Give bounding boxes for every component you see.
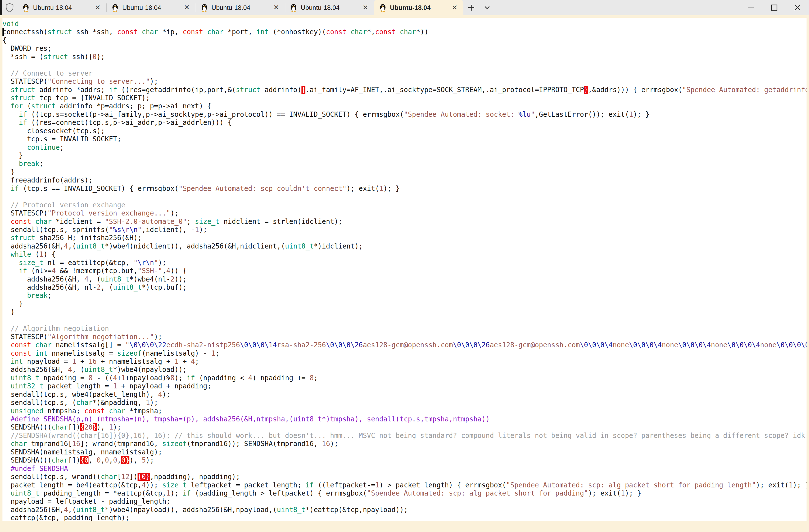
code-segment <box>2 250 11 259</box>
tab-close-icon[interactable]: ✕ <box>93 4 102 12</box>
code-segment: , ( <box>88 275 101 283</box>
code-segment <box>31 217 35 226</box>
code-segment: closesocket(tcp.s); <box>2 127 105 135</box>
tab-close-icon[interactable]: ✕ <box>450 4 459 12</box>
code-segment: tcp tcp = {INVALID_SOCKET}; <box>35 94 150 102</box>
code-line: // Connect to server <box>2 69 807 77</box>
code-line: addsha256(&H, 4, (uint8_t*)wbe4(nl-2)); <box>2 275 807 283</box>
code-segment: []) <box>68 456 80 464</box>
code-segment: SENDSHA(namelistsalg, nnamelistsalg); <box>2 448 162 456</box>
code-segment: const <box>326 28 347 36</box>
terminal-tab[interactable]: Ubuntu-18.04 ✕ <box>285 0 374 15</box>
maximize-button[interactable] <box>763 0 786 15</box>
code-segment: int <box>11 357 23 366</box>
code-line: SENDSHA(((char[]){0, 0,0,0,0}), 5); <box>2 456 807 464</box>
code-segment <box>2 357 11 366</box>
code-line: STATESCP("Algorithm negotiation..."); <box>2 333 807 341</box>
chevron-down-icon <box>484 5 490 10</box>
minimize-button[interactable] <box>740 0 763 15</box>
tab-dropdown-button[interactable] <box>479 0 495 15</box>
code-segment: 16 <box>88 357 97 366</box>
code-segment: } <box>2 300 23 308</box>
code-segment: "Connecting to server..." <box>48 77 150 86</box>
code-segment: \0\0\0\4 <box>629 341 662 349</box>
admin-shield <box>0 0 17 15</box>
code-segment: char <box>52 423 68 431</box>
code-line: SENDSHA(namelistsalg, nnamelistsalg); <box>2 448 807 456</box>
code-segment: uint8_t <box>285 242 313 250</box>
code-segment: " <box>109 226 113 234</box>
code-segment: \0\0\0\22 <box>130 341 166 349</box>
code-segment: const <box>117 28 138 36</box>
terminal-tab[interactable]: Ubuntu-18.04 ✕ <box>374 0 463 15</box>
code-segment: + npayload + npadding; <box>117 382 211 390</box>
code-segment: struct <box>236 86 261 94</box>
terminal-tab[interactable]: Ubuntu-18.04 ✕ <box>196 0 285 15</box>
code-segment: []) <box>68 423 80 431</box>
code-segment: ; <box>216 349 220 357</box>
code-segment: +npayload)% <box>125 374 170 382</box>
code-segment: %s\r\n <box>113 226 138 234</box>
code-line: #define SENDSHA(p,n) (ntmpsha=(n), tmpsh… <box>2 415 807 423</box>
code-segment: ]) <box>130 473 138 481</box>
code-line: sendall(tcp.s, (char*)&npadding, 1); <box>2 398 807 407</box>
code-line: } <box>2 300 807 308</box>
code-segment: *)) <box>416 28 428 36</box>
code-line: sendall(tcp.s, sprintfs("%s\r\n",idclien… <box>2 226 807 234</box>
code-segment: 0 <box>97 456 101 464</box>
code-segment: ) npadding += <box>253 374 310 382</box>
new-tab-button[interactable] <box>463 0 479 15</box>
tab-close-icon[interactable]: ✕ <box>361 4 370 12</box>
code-segment: ((leftpacket-= <box>314 481 375 489</box>
terminal-buffer[interactable]: voidconnectssh(struct ssh *ssh, const ch… <box>2 18 807 521</box>
code-segment: uint8_t <box>76 506 105 514</box>
code-segment: //SENDSHA(wrand((char[16]){0},16), 16); … <box>2 431 805 440</box>
code-segment: 1 <box>789 481 793 489</box>
code-segment: ); exit( <box>588 489 621 497</box>
code-segment: + nnamelistsalg + <box>97 357 174 366</box>
code-segment: npayload = <box>23 357 72 366</box>
tab-close-icon[interactable]: ✕ <box>272 4 280 12</box>
code-segment: ,idclient), - <box>142 226 195 234</box>
code-segment <box>31 349 35 357</box>
code-segment: ; <box>314 374 318 382</box>
tab-close-icon[interactable]: ✕ <box>183 4 191 12</box>
code-segment: , <box>101 456 105 464</box>
code-segment <box>138 28 142 36</box>
code-segment: uint8_t <box>11 489 39 497</box>
close-window-button[interactable] <box>786 0 809 15</box>
code-segment: sendall(tcp.s, sprintfs( <box>2 226 109 234</box>
code-line: sendall(tcp.s, wbe4(packet_length), 4); <box>2 390 807 398</box>
code-segment: int <box>35 349 48 357</box>
code-segment: " <box>138 226 142 234</box>
code-segment: const <box>11 217 31 226</box>
terminal-tab[interactable]: Ubuntu-18.04 ✕ <box>106 0 196 15</box>
code-segment: const <box>183 28 203 36</box>
code-segment: uint32_t <box>11 382 44 390</box>
code-segment: ) { <box>44 250 56 259</box>
code-line: // Algorithm negotiation <box>2 324 807 333</box>
code-segment: ); } <box>625 489 641 497</box>
code-segment: if <box>109 86 117 94</box>
code-segment: nl = eattiltcp(&tcp, <box>44 259 133 267</box>
code-line: sendall(tcp.s, wrand((char[12]){0},npadd… <box>2 473 807 481</box>
code-segment: 1 <box>113 382 117 390</box>
code-segment: "SSH-" <box>138 267 162 275</box>
code-segment: struct <box>11 94 35 102</box>
code-segment: ); <box>162 390 170 398</box>
code-segment: // Protocol version exchange <box>2 201 125 209</box>
code-segment: 4 <box>248 374 253 382</box>
code-line: //SENDSHA(wrand((char[16]){0},16), 16); … <box>2 431 807 440</box>
terminal-tab[interactable]: Ubuntu-18.04 ✕ <box>17 0 106 15</box>
tux-penguin-icon <box>290 3 297 12</box>
code-segment: if <box>305 481 313 489</box>
code-segment: leftpacket = packet_length; <box>187 481 306 489</box>
code-segment: ); <box>199 226 207 234</box>
code-segment: ,( <box>68 242 76 250</box>
close-icon <box>792 3 802 13</box>
code-segment: packet_length = be4(eattcp(&tcp, <box>2 481 142 489</box>
code-segment: *)eattcp(&tcp,npayload)); <box>305 506 408 514</box>
code-segment: 1 <box>621 489 625 497</box>
code-segment: char <box>52 456 68 464</box>
code-segment: ); <box>146 456 154 464</box>
